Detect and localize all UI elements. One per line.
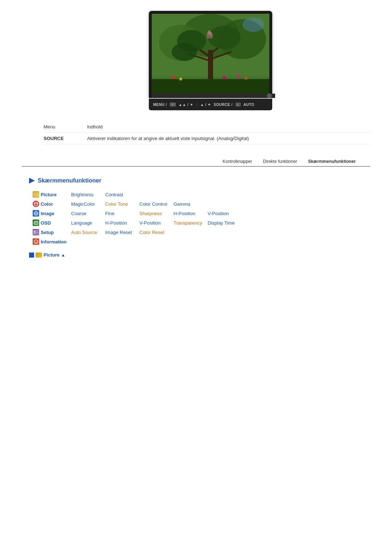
menu-row-osd: OSD Language H-Position V-Position Trans… <box>33 219 370 226</box>
header-menu: Menu <box>44 124 87 130</box>
table-row: SOURCE Aktiverer indikatoren for at angi… <box>44 133 370 144</box>
menu-row-picture: Picture Brightness Contrast <box>33 191 370 198</box>
icon-color <box>33 201 39 207</box>
skarm-section: Skærmmenufunktioner Picture Brightness C… <box>29 177 370 258</box>
link-image[interactable]: Image <box>41 211 70 216</box>
monitor-section: MENU / ≡ ▲▲ / ▼ | ▲ / ✦ SOURCE / ⊡ AUTO <box>51 11 370 110</box>
link-hposition-osd[interactable]: H-Position <box>105 220 138 226</box>
menu-row-image: Image Coarse Fine Sharpness H-Position V… <box>33 210 370 217</box>
link-brightness[interactable]: Brightness <box>71 192 104 197</box>
content-source: Aktiverer indikatoren for at angive de a… <box>87 136 370 141</box>
breadcrumb-nav-icon <box>29 253 34 258</box>
link-language[interactable]: Language <box>71 220 104 226</box>
svg-rect-37 <box>34 233 35 234</box>
link-fine[interactable]: Fine <box>105 211 138 216</box>
link-vposition-image[interactable]: V-Position <box>208 211 240 216</box>
link-imagereset[interactable]: Image Reset <box>105 230 138 235</box>
icon-image <box>33 210 39 217</box>
menu-label: MENU / <box>153 103 167 107</box>
auto-label: AUTO <box>244 103 254 107</box>
menu-tree: Picture Brightness Contrast Color MagicC… <box>33 191 370 245</box>
header-content: Indhold <box>87 124 370 130</box>
icon-osd <box>33 219 39 226</box>
link-colortone[interactable]: Color Tone <box>105 201 138 207</box>
icon-info: i <box>33 238 39 245</box>
link-picture[interactable]: Picture <box>41 192 70 197</box>
icon-picture <box>33 191 39 198</box>
svg-point-17 <box>172 75 175 79</box>
link-osd[interactable]: OSD <box>41 220 70 226</box>
svg-point-21 <box>222 76 226 79</box>
link-transparency[interactable]: Transparency <box>173 220 206 226</box>
svg-line-25 <box>35 194 37 195</box>
monitor-controls-bar: MENU / ≡ ▲▲ / ▼ | ▲ / ✦ SOURCE / ⊡ AUTO <box>149 99 272 110</box>
menu-row-information: i Information <box>33 238 370 245</box>
link-contrast[interactable]: Contrast <box>105 192 138 197</box>
link-vposition-osd[interactable]: V-Position <box>139 220 172 226</box>
svg-point-20 <box>245 77 248 80</box>
link-sharpness[interactable]: Sharpness <box>139 211 172 216</box>
link-colorreset[interactable]: Color Reset <box>139 230 172 235</box>
svg-point-28 <box>35 203 36 204</box>
tab-skarmmenufunktioner[interactable]: Skærmmenufunktioner <box>308 159 356 164</box>
menu-icon: ≡ <box>170 103 176 106</box>
svg-text:i: i <box>36 241 36 243</box>
power-button[interactable] <box>267 94 271 98</box>
tab-section: Kontrolknapper Direkte funktioner Skærmm… <box>22 159 370 167</box>
link-autosource[interactable]: Auto Source <box>71 230 104 235</box>
svg-point-11 <box>172 43 197 61</box>
skarm-title-row: Skærmmenufunktioner <box>29 177 370 184</box>
source-icon: ⊡ <box>236 103 241 106</box>
svg-rect-15 <box>208 34 212 36</box>
icon-setup <box>33 229 39 235</box>
monitor-screen <box>152 14 269 94</box>
svg-rect-36 <box>34 231 35 232</box>
monitor-stand <box>152 94 275 98</box>
menu-row-setup: Setup Auto Source Image Reset Color Rese… <box>33 229 370 235</box>
breadcrumb-picture-icon <box>36 253 42 258</box>
table-header-row: Menu Indhold <box>44 121 370 133</box>
svg-point-29 <box>36 203 37 204</box>
svg-point-19 <box>237 74 241 78</box>
link-color[interactable]: Color <box>41 201 70 207</box>
menu-row-color: Color MagicColor Color Tone Color Contro… <box>33 201 370 207</box>
skarm-title: Skærmmenufunktioner <box>38 177 101 184</box>
svg-point-22 <box>242 17 264 32</box>
svg-rect-39 <box>36 233 38 233</box>
breadcrumb-arrow: ▲ <box>61 253 65 258</box>
breadcrumb-row: Picture ▲ <box>29 252 370 258</box>
adjust-label: ▲ / ✦ <box>200 103 211 107</box>
link-magiccolor[interactable]: MagicColor <box>71 201 104 207</box>
volume-label: ▲▲ / ▼ <box>179 103 193 107</box>
tab-direkte-funktioner[interactable]: Direkte funktioner <box>263 159 297 164</box>
link-information[interactable]: Information <box>41 239 70 245</box>
link-displaytime[interactable]: Display Time <box>208 220 240 226</box>
source-label: SOURCE / <box>213 103 232 107</box>
link-hposition-image[interactable]: H-Position <box>173 211 206 216</box>
svg-point-27 <box>34 202 38 206</box>
table-section: Menu Indhold SOURCE Aktiverer indikatore… <box>44 121 370 144</box>
svg-point-18 <box>179 78 182 81</box>
breadcrumb-picture-label[interactable]: Picture <box>44 252 60 258</box>
svg-point-10 <box>208 26 241 49</box>
svg-rect-33 <box>34 221 38 224</box>
svg-rect-13 <box>207 36 213 38</box>
menu-source: SOURCE <box>44 136 87 141</box>
link-colorcontrol[interactable]: Color Control <box>139 201 172 207</box>
monitor-frame <box>149 11 272 98</box>
link-gamma[interactable]: Gamma <box>173 201 206 207</box>
tab-kontrolknapper[interactable]: Kontrolknapper <box>222 159 252 164</box>
svg-rect-16 <box>152 79 269 94</box>
skarm-title-icon <box>29 178 35 184</box>
link-coarse[interactable]: Coarse <box>71 211 104 216</box>
link-setup[interactable]: Setup <box>41 230 70 235</box>
svg-rect-38 <box>36 231 38 231</box>
